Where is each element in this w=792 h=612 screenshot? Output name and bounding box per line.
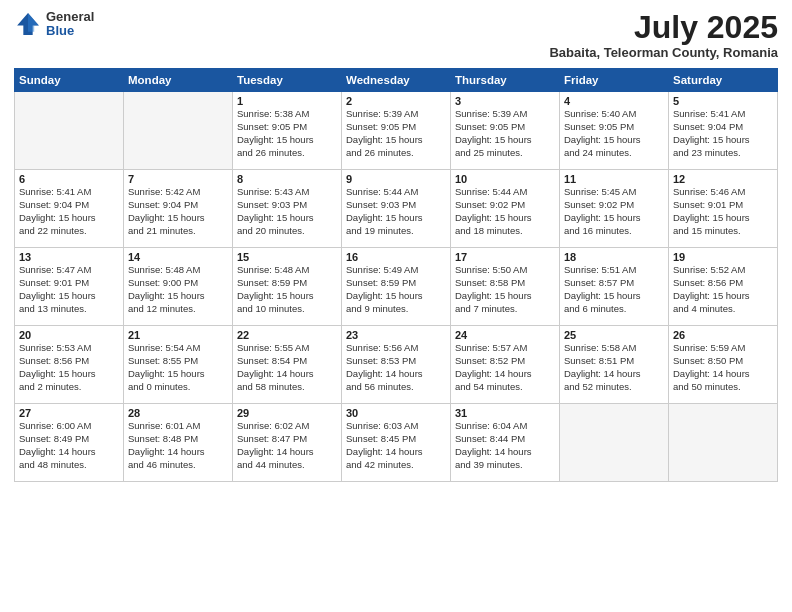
weekday-header: Thursday — [451, 69, 560, 92]
calendar-week-row: 20Sunrise: 5:53 AMSunset: 8:56 PMDayligh… — [15, 326, 778, 404]
cell-info-line: and 19 minutes. — [346, 225, 446, 238]
logo: General Blue — [14, 10, 94, 39]
cell-info-line: Sunrise: 6:04 AM — [455, 420, 555, 433]
day-number: 19 — [673, 251, 773, 263]
logo-icon — [14, 10, 42, 38]
cell-info-line: and 20 minutes. — [237, 225, 337, 238]
calendar-cell: 27Sunrise: 6:00 AMSunset: 8:49 PMDayligh… — [15, 404, 124, 482]
cell-info-line: and 56 minutes. — [346, 381, 446, 394]
calendar-cell: 29Sunrise: 6:02 AMSunset: 8:47 PMDayligh… — [233, 404, 342, 482]
title-block: July 2025 Babaita, Teleorman County, Rom… — [549, 10, 778, 60]
day-number: 9 — [346, 173, 446, 185]
cell-info-line: Sunrise: 5:57 AM — [455, 342, 555, 355]
cell-info-line: and 21 minutes. — [128, 225, 228, 238]
cell-info-line: Sunrise: 5:44 AM — [455, 186, 555, 199]
cell-info-line: Daylight: 15 hours — [673, 290, 773, 303]
day-number: 30 — [346, 407, 446, 419]
cell-info-line: Daylight: 14 hours — [19, 446, 119, 459]
calendar-cell: 3Sunrise: 5:39 AMSunset: 9:05 PMDaylight… — [451, 92, 560, 170]
cell-info-line: Daylight: 15 hours — [564, 290, 664, 303]
cell-info-line: Sunrise: 5:49 AM — [346, 264, 446, 277]
cell-info-line: Daylight: 15 hours — [346, 134, 446, 147]
cell-info-line: Sunrise: 5:39 AM — [346, 108, 446, 121]
cell-info-line: and 46 minutes. — [128, 459, 228, 472]
cell-info-line: Sunset: 8:54 PM — [237, 355, 337, 368]
cell-info-line: Sunset: 8:49 PM — [19, 433, 119, 446]
cell-info-line: and 15 minutes. — [673, 225, 773, 238]
cell-info-line: Sunset: 9:02 PM — [455, 199, 555, 212]
day-number: 11 — [564, 173, 664, 185]
cell-info-line: and 7 minutes. — [455, 303, 555, 316]
logo-text: General Blue — [46, 10, 94, 39]
calendar-cell: 19Sunrise: 5:52 AMSunset: 8:56 PMDayligh… — [669, 248, 778, 326]
day-number: 7 — [128, 173, 228, 185]
weekday-header: Wednesday — [342, 69, 451, 92]
cell-info-line: Sunrise: 5:52 AM — [673, 264, 773, 277]
calendar-cell: 20Sunrise: 5:53 AMSunset: 8:56 PMDayligh… — [15, 326, 124, 404]
calendar-cell: 21Sunrise: 5:54 AMSunset: 8:55 PMDayligh… — [124, 326, 233, 404]
day-number: 18 — [564, 251, 664, 263]
calendar-cell: 12Sunrise: 5:46 AMSunset: 9:01 PMDayligh… — [669, 170, 778, 248]
calendar-cell: 24Sunrise: 5:57 AMSunset: 8:52 PMDayligh… — [451, 326, 560, 404]
cell-info-line: Sunrise: 5:40 AM — [564, 108, 664, 121]
day-number: 14 — [128, 251, 228, 263]
calendar-cell: 28Sunrise: 6:01 AMSunset: 8:48 PMDayligh… — [124, 404, 233, 482]
cell-info-line: Sunset: 9:02 PM — [564, 199, 664, 212]
cell-info-line: Sunrise: 5:47 AM — [19, 264, 119, 277]
cell-info-line: Sunrise: 5:51 AM — [564, 264, 664, 277]
cell-info-line: Daylight: 14 hours — [455, 446, 555, 459]
calendar-cell: 2Sunrise: 5:39 AMSunset: 9:05 PMDaylight… — [342, 92, 451, 170]
calendar-cell: 30Sunrise: 6:03 AMSunset: 8:45 PMDayligh… — [342, 404, 451, 482]
cell-info-line: Sunset: 9:04 PM — [19, 199, 119, 212]
cell-info-line: and 12 minutes. — [128, 303, 228, 316]
day-number: 2 — [346, 95, 446, 107]
cell-info-line: Sunset: 8:48 PM — [128, 433, 228, 446]
page: General Blue July 2025 Babaita, Teleorma… — [0, 0, 792, 612]
cell-info-line: Daylight: 15 hours — [19, 290, 119, 303]
day-number: 20 — [19, 329, 119, 341]
cell-info-line: Daylight: 14 hours — [564, 368, 664, 381]
cell-info-line: and 42 minutes. — [346, 459, 446, 472]
cell-info-line: Daylight: 15 hours — [237, 290, 337, 303]
day-number: 15 — [237, 251, 337, 263]
cell-info-line: Daylight: 15 hours — [346, 212, 446, 225]
cell-info-line: Sunset: 9:01 PM — [673, 199, 773, 212]
header: General Blue July 2025 Babaita, Teleorma… — [14, 10, 778, 60]
cell-info-line: Sunset: 9:05 PM — [346, 121, 446, 134]
calendar-cell: 22Sunrise: 5:55 AMSunset: 8:54 PMDayligh… — [233, 326, 342, 404]
cell-info-line: Daylight: 15 hours — [673, 212, 773, 225]
weekday-header: Monday — [124, 69, 233, 92]
cell-info-line: Sunset: 9:05 PM — [455, 121, 555, 134]
cell-info-line: Daylight: 14 hours — [128, 446, 228, 459]
cell-info-line: Daylight: 15 hours — [237, 212, 337, 225]
cell-info-line: and 18 minutes. — [455, 225, 555, 238]
calendar-cell: 26Sunrise: 5:59 AMSunset: 8:50 PMDayligh… — [669, 326, 778, 404]
calendar-week-row: 1Sunrise: 5:38 AMSunset: 9:05 PMDaylight… — [15, 92, 778, 170]
day-number: 8 — [237, 173, 337, 185]
cell-info-line: Daylight: 15 hours — [455, 212, 555, 225]
day-number: 3 — [455, 95, 555, 107]
calendar-cell: 11Sunrise: 5:45 AMSunset: 9:02 PMDayligh… — [560, 170, 669, 248]
cell-info-line: Daylight: 15 hours — [237, 134, 337, 147]
cell-info-line: Sunrise: 5:46 AM — [673, 186, 773, 199]
cell-info-line: and 13 minutes. — [19, 303, 119, 316]
day-number: 13 — [19, 251, 119, 263]
cell-info-line: Sunset: 8:57 PM — [564, 277, 664, 290]
cell-info-line: and 0 minutes. — [128, 381, 228, 394]
cell-info-line: Sunrise: 5:38 AM — [237, 108, 337, 121]
cell-info-line: Sunrise: 5:50 AM — [455, 264, 555, 277]
cell-info-line: Sunrise: 5:43 AM — [237, 186, 337, 199]
cell-info-line: Sunset: 9:04 PM — [128, 199, 228, 212]
cell-info-line: Sunrise: 5:42 AM — [128, 186, 228, 199]
cell-info-line: and 9 minutes. — [346, 303, 446, 316]
cell-info-line: Daylight: 15 hours — [128, 368, 228, 381]
calendar-cell: 23Sunrise: 5:56 AMSunset: 8:53 PMDayligh… — [342, 326, 451, 404]
cell-info-line: Sunrise: 5:44 AM — [346, 186, 446, 199]
day-number: 29 — [237, 407, 337, 419]
cell-info-line: Sunrise: 5:41 AM — [673, 108, 773, 121]
cell-info-line: Daylight: 15 hours — [128, 212, 228, 225]
cell-info-line: Sunrise: 5:45 AM — [564, 186, 664, 199]
calendar-cell: 14Sunrise: 5:48 AMSunset: 9:00 PMDayligh… — [124, 248, 233, 326]
cell-info-line: Daylight: 14 hours — [346, 446, 446, 459]
day-number: 16 — [346, 251, 446, 263]
